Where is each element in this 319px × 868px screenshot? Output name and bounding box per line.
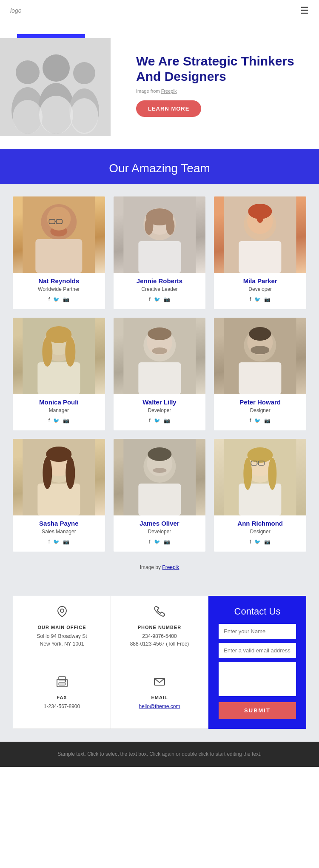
facebook-icon-monica[interactable]: f <box>48 418 50 424</box>
team-role-james: Developer <box>114 529 206 535</box>
freepik-link[interactable]: Freepik <box>161 88 177 94</box>
svg-point-43 <box>152 347 167 354</box>
team-role-jennie: Creative Leader <box>114 286 206 292</box>
contact-card-phone: PHONE NUMBER 234-9876-5400888-0123-4567 … <box>111 596 208 666</box>
twitter-icon-jennie[interactable]: 🐦 <box>154 296 160 302</box>
team-photo-james <box>114 439 206 515</box>
svg-rect-20 <box>138 241 181 273</box>
hero-image-credit: Image from Freepik <box>136 88 302 94</box>
svg-point-30 <box>257 213 264 223</box>
svg-point-49 <box>249 327 271 341</box>
instagram-icon-nat[interactable]: 📷 <box>63 296 69 302</box>
team-card-sasha: Sasha Payne Sales Manager f 🐦 📷 <box>13 439 105 552</box>
team-card-ann: Ann Richmond Designer f 🐦 📷 <box>214 439 306 552</box>
facebook-icon-ann[interactable]: f <box>250 539 251 545</box>
svg-point-55 <box>43 457 52 489</box>
office-text: SoHo 94 Broadway StNew York, NY 1001 <box>22 632 102 648</box>
svg-point-77 <box>65 680 66 682</box>
instagram-icon-james[interactable]: 📷 <box>164 539 170 545</box>
team-name-nat: Nat Reynolds <box>13 277 105 285</box>
team-photo-ann <box>214 439 306 515</box>
svg-point-42 <box>148 327 171 340</box>
contact-card-office: OUR MAIN OFFICE SoHo 94 Broadway StNew Y… <box>13 596 111 666</box>
message-input[interactable] <box>219 662 296 696</box>
team-card-walter: Walter Lilly Developer f 🐦 📷 <box>114 318 206 430</box>
team-role-ann: Designer <box>214 529 306 535</box>
team-name-walter: Walter Lilly <box>114 398 206 406</box>
facebook-icon-mila[interactable]: f <box>250 296 251 302</box>
twitter-icon-mila[interactable]: 🐦 <box>254 296 261 302</box>
email-input[interactable] <box>219 643 296 658</box>
facebook-icon-walter[interactable]: f <box>149 418 150 424</box>
menu-icon[interactable]: ☰ <box>300 5 309 16</box>
svg-rect-46 <box>239 362 282 394</box>
team-card-nat: Nat Reynolds Worldwide Partner f 🐦 📷 <box>13 196 105 309</box>
facebook-icon-sasha[interactable]: f <box>48 539 50 545</box>
facebook-icon-peter[interactable]: f <box>250 418 251 424</box>
team-socials-walter: f 🐦 📷 <box>114 418 206 424</box>
svg-rect-12 <box>35 239 82 273</box>
footer: Sample text. Click to select the text bo… <box>0 742 319 767</box>
facebook-icon-james[interactable]: f <box>149 539 150 545</box>
svg-rect-40 <box>138 362 181 394</box>
svg-point-23 <box>145 218 153 235</box>
team-socials-monica: f 🐦 📷 <box>13 418 105 424</box>
svg-rect-65 <box>239 484 282 515</box>
svg-point-36 <box>42 337 52 367</box>
contact-title: Contact Us <box>219 606 296 617</box>
twitter-icon-walter[interactable]: 🐦 <box>154 418 160 424</box>
team-role-nat: Worldwide Partner <box>13 286 105 292</box>
twitter-icon-ann[interactable]: 🐦 <box>254 539 261 545</box>
team-section: Our Amazing Team <box>0 149 319 583</box>
hero-section: We Are Strategic Thinkers And Designers … <box>0 21 319 149</box>
instagram-icon-sasha[interactable]: 📷 <box>63 539 69 545</box>
svg-point-69 <box>268 458 277 490</box>
instagram-icon-monica[interactable]: 📷 <box>63 418 69 424</box>
instagram-icon-jennie[interactable]: 📷 <box>164 296 170 302</box>
twitter-icon-monica[interactable]: 🐦 <box>53 418 60 424</box>
svg-point-68 <box>244 458 252 490</box>
twitter-icon-sasha[interactable]: 🐦 <box>53 539 60 545</box>
team-card-peter: Peter Howard Designer f 🐦 📷 <box>214 318 306 430</box>
svg-rect-59 <box>138 484 181 515</box>
location-icon <box>22 605 102 621</box>
svg-point-3 <box>43 54 70 82</box>
svg-rect-33 <box>37 362 80 394</box>
team-name-jennie: Jennie Roberts <box>114 277 206 285</box>
team-role-sasha: Sales Manager <box>13 529 105 535</box>
instagram-icon-ann[interactable]: 📷 <box>264 539 271 545</box>
hero-team-svg <box>0 38 111 136</box>
submit-button[interactable]: SUBMIT <box>219 702 296 719</box>
svg-point-67 <box>248 447 273 463</box>
email-link[interactable]: hello@theme.com <box>139 703 180 709</box>
email-title: EMAIL <box>120 695 199 700</box>
svg-point-62 <box>153 468 166 473</box>
svg-rect-52 <box>37 484 80 515</box>
twitter-icon-nat[interactable]: 🐦 <box>53 296 60 302</box>
freepik-team-link[interactable]: Freepik <box>162 564 179 570</box>
team-socials-sasha: f 🐦 📷 <box>13 539 105 545</box>
twitter-icon-james[interactable]: 🐦 <box>154 539 160 545</box>
svg-rect-27 <box>239 241 282 273</box>
instagram-icon-walter[interactable]: 📷 <box>164 418 170 424</box>
learn-more-button[interactable]: LEARN MORE <box>136 100 201 117</box>
team-socials-jennie: f 🐦 📷 <box>114 296 206 302</box>
svg-point-7 <box>13 100 43 134</box>
twitter-icon-peter[interactable]: 🐦 <box>254 418 261 424</box>
logo: logo <box>10 7 21 14</box>
team-role-monica: Manager <box>13 407 105 413</box>
fax-title: FAX <box>22 695 102 700</box>
team-card-james: James Oliver Developer f 🐦 📷 <box>114 439 206 552</box>
facebook-icon-jennie[interactable]: f <box>149 296 150 302</box>
instagram-icon-peter[interactable]: 📷 <box>264 418 271 424</box>
hero-image-area <box>0 34 119 136</box>
instagram-icon-mila[interactable]: 📷 <box>264 296 271 302</box>
name-input[interactable] <box>219 624 296 639</box>
team-socials-peter: f 🐦 📷 <box>214 418 306 424</box>
facebook-icon-nat[interactable]: f <box>48 296 50 302</box>
svg-point-61 <box>148 447 171 461</box>
svg-point-37 <box>65 337 75 367</box>
phone-icon <box>120 605 199 621</box>
footer-text: Sample text. Click to select the text bo… <box>9 750 310 758</box>
team-socials-ann: f 🐦 📷 <box>214 539 306 545</box>
